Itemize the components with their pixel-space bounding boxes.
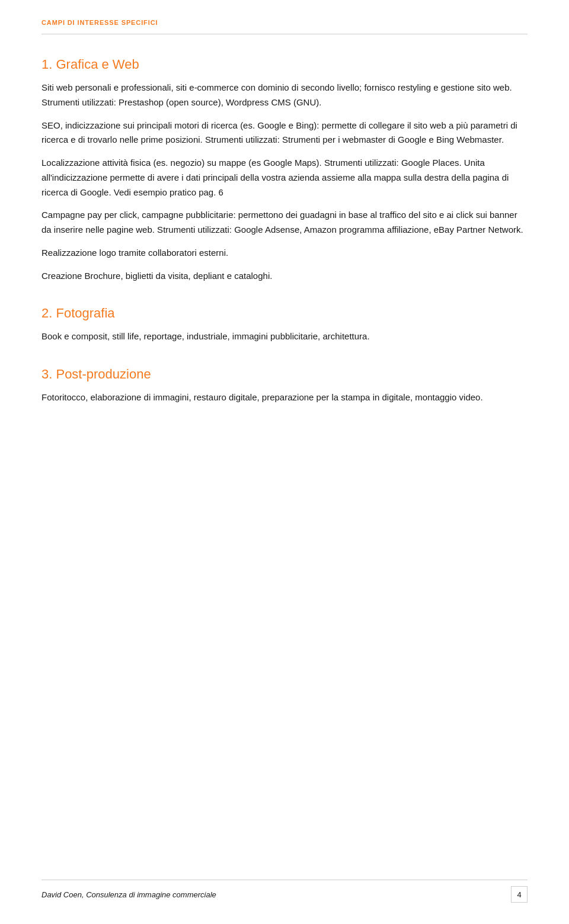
section-3-para-1: Fotoritocco, elaborazione di immagini, r… bbox=[41, 390, 528, 405]
section-1-para-3: Localizzazione attività fisica (es. nego… bbox=[41, 156, 528, 200]
section-post-produzione: 3. Post-produzione Fotoritocco, elaboraz… bbox=[41, 367, 528, 405]
page-footer: David Coen, Consulenza di immagine comme… bbox=[41, 880, 528, 903]
section-1-para-1: Siti web personali e professionali, siti… bbox=[41, 81, 528, 110]
section-2-para-1: Book e composit, still life, reportage, … bbox=[41, 329, 528, 344]
section-grafica-web: 1. Grafica e Web Siti web personali e pr… bbox=[41, 57, 528, 283]
page: CAMPI DI INTERESSE SPECIFICI 1. Grafica … bbox=[0, 0, 569, 924]
section-fotografia: 2. Fotografia Book e composit, still lif… bbox=[41, 306, 528, 344]
section-1-title: 1. Grafica e Web bbox=[41, 57, 528, 72]
section-1-para-5: Realizzazione logo tramite collaboratori… bbox=[41, 246, 528, 261]
section-3-title: 3. Post-produzione bbox=[41, 367, 528, 382]
section-2-title: 2. Fotografia bbox=[41, 306, 528, 321]
section-1-para-2: SEO, indicizzazione sui principali motor… bbox=[41, 118, 528, 148]
page-header-title: CAMPI DI INTERESSE SPECIFICI bbox=[41, 19, 158, 26]
section-1-para-4: Campagne pay per click, campagne pubblic… bbox=[41, 208, 528, 238]
section-1-para-6: Creazione Brochure, biglietti da visita,… bbox=[41, 269, 528, 284]
footer-page-number: 4 bbox=[511, 886, 528, 903]
page-header: CAMPI DI INTERESSE SPECIFICI bbox=[41, 0, 528, 34]
footer-author: David Coen, Consulenza di immagine comme… bbox=[41, 890, 216, 899]
